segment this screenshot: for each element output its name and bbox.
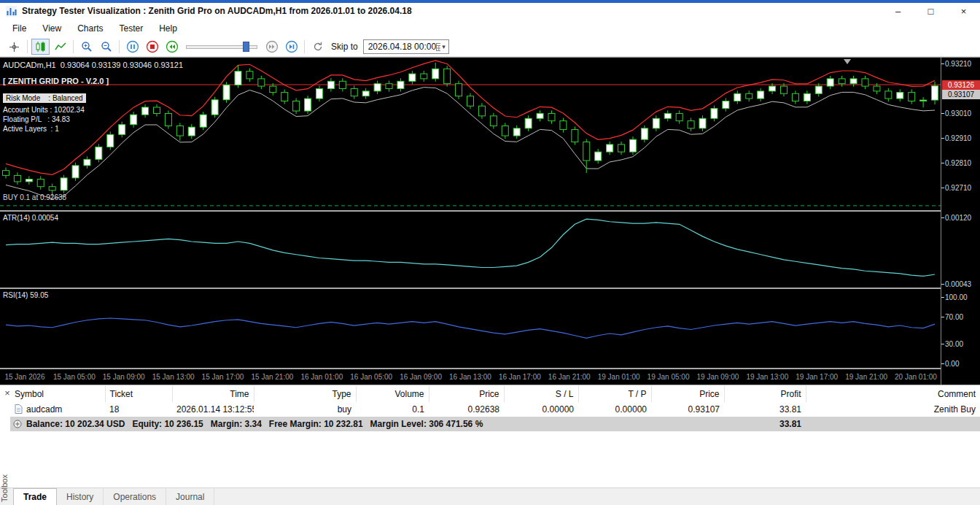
chart-shift-marker-icon[interactable] [844, 59, 851, 64]
zoom-out-icon [101, 41, 112, 53]
axis-tick [941, 363, 944, 364]
candlestick-chart-button[interactable] [31, 39, 50, 55]
ea-account-units: Account Units : 10202.34 [3, 106, 85, 114]
column-header-comment[interactable]: Comment [806, 386, 980, 402]
minimize-button[interactable]: – [882, 3, 914, 19]
cell-symbol: audcadm [10, 402, 105, 417]
cell-profit: 33.81 [724, 402, 806, 417]
axis-tick [941, 138, 944, 139]
time-axis-label: 15 Jan 17:00 [198, 369, 248, 385]
column-header-price2[interactable]: Price [651, 386, 724, 402]
axis-tick [941, 188, 944, 188]
stop-button[interactable] [143, 39, 161, 55]
pause-button[interactable] [123, 39, 141, 55]
maximize-button[interactable]: □ [914, 3, 947, 19]
account-summary-row: Balance: 10 202.34 USD Equity: 10 236.15… [10, 417, 980, 431]
tab-history[interactable]: History [57, 488, 104, 505]
time-axis-label: 16 Jan 17:00 [495, 369, 545, 385]
time-axis[interactable]: 15 Jan 202615 Jan 05:0015 Jan 09:0015 Ja… [0, 369, 941, 385]
menu-view[interactable]: View [34, 20, 69, 36]
time-axis-label: 19 Jan 13:00 [742, 369, 792, 385]
axis-tick [941, 284, 944, 285]
bid-price-tag: 0.93107 [942, 90, 980, 99]
rewind-icon [166, 40, 179, 53]
tab-trade[interactable]: Trade [13, 488, 57, 505]
column-header-price[interactable]: Price [429, 386, 504, 402]
line-chart-button[interactable] [51, 39, 69, 55]
zoom-in-button[interactable] [77, 39, 96, 55]
column-header-profit[interactable]: Profit [724, 386, 806, 402]
window-title: Strategy Tester Visualization : Zenith G… [22, 6, 412, 16]
crosshair-button[interactable] [5, 39, 23, 55]
symbol-ohlc-header: AUDCADm,H1 0.93064 0.93139 0.93046 0.931… [3, 61, 183, 69]
date-value: 2026.04.18 00:00 [368, 42, 436, 52]
speed-slider-thumb[interactable] [243, 42, 249, 52]
crosshair-icon [9, 42, 20, 53]
main-chart-canvas[interactable]: AUDCADm,H1 0.93064 0.93139 0.93046 0.931… [0, 58, 941, 210]
forward-icon [265, 40, 279, 53]
rewind-button[interactable] [163, 39, 181, 55]
cell-sl: 0.00000 [504, 402, 578, 417]
column-header-time[interactable]: Time [172, 386, 254, 402]
time-axis-label: 19 Jan 01:00 [594, 369, 644, 385]
axis-label: 0.92710 [945, 184, 971, 192]
toolbox-panel: × SymbolTicketTimeTypeVolumePriceS / LT … [0, 385, 980, 505]
cell-ticket: 18 [105, 402, 172, 417]
app-icon [6, 6, 17, 17]
close-button[interactable]: × [947, 3, 980, 19]
atr-indicator-label: ATR(14) 0.00054 [3, 214, 58, 222]
time-axis-label: 19 Jan 17:00 [792, 369, 841, 385]
column-header-sl[interactable]: S / L [504, 386, 578, 402]
calendar-icon [436, 43, 440, 51]
toolbar-separator [27, 40, 28, 53]
trade-row[interactable]: audcadm182026.01.14 13:12:55buy0.10.9263… [10, 402, 980, 417]
toolbox-panel-label: Toolbox [0, 474, 9, 502]
dropdown-arrow-icon[interactable]: ▾ [442, 43, 446, 50]
atr-panel-canvas[interactable]: ATR(14) 0.00054 [0, 212, 941, 288]
titlebar: Strategy Tester Visualization : Zenith G… [0, 3, 980, 19]
menu-charts[interactable]: Charts [69, 20, 111, 36]
menu-help[interactable]: Help [151, 20, 185, 36]
skip-to-end-icon [285, 40, 298, 53]
zoom-out-button[interactable] [97, 39, 115, 55]
tab-journal[interactable]: Journal [166, 488, 214, 505]
toolbar-separator [304, 40, 305, 53]
time-axis-label: 15 Jan 2026 [0, 369, 50, 385]
time-axis-label: 19 Jan 05:00 [644, 369, 693, 385]
rsi-panel-canvas[interactable]: RSI(14) 59.05 [0, 289, 941, 368]
cell-volume: 0.1 [356, 402, 429, 417]
axis-label: 0.93210 [945, 60, 971, 68]
axis-label: 100.00 [945, 293, 968, 301]
forward-button[interactable] [262, 39, 281, 55]
menu-tester[interactable]: Tester [111, 20, 151, 36]
toolbar: Skip to 2026.04.18 00:00 ▾ [0, 37, 980, 57]
column-header-volume[interactable]: Volume [356, 386, 429, 402]
speed-slider[interactable] [186, 39, 257, 54]
axis-tick [941, 344, 944, 344]
column-header-ticket[interactable]: Ticket [105, 386, 172, 402]
expand-icon[interactable] [13, 420, 22, 428]
ea-floating-pl: Floating P/L : 34.83 [3, 115, 70, 123]
ea-risk-mode: Risk Mode : Balanced [3, 93, 86, 103]
axis-label: 0.00120 [945, 214, 971, 222]
axis-tick [941, 113, 944, 114]
time-axis-label: 16 Jan 09:00 [396, 369, 446, 385]
ea-active-layers: Active Layers : 1 [3, 125, 59, 133]
tab-operations[interactable]: Operations [104, 488, 166, 505]
axis-tick [941, 317, 944, 317]
menu-file[interactable]: File [4, 20, 34, 36]
axis-label: 0.92910 [945, 134, 971, 142]
column-header-tp[interactable]: T / P [578, 386, 651, 402]
time-axis-label: 16 Jan 05:00 [346, 369, 396, 385]
time-axis-label: 15 Jan 09:00 [99, 369, 149, 385]
goto-date-button[interactable] [308, 39, 327, 55]
column-header-type[interactable]: Type [254, 386, 356, 402]
axis-tick [941, 163, 944, 163]
skip-to-end-button[interactable] [282, 39, 300, 55]
visual-date-input[interactable]: 2026.04.18 00:00 ▾ [363, 39, 449, 54]
column-header-symbol[interactable]: Symbol [10, 386, 105, 402]
axis-label: 30.00 [945, 340, 963, 348]
skip-to-label: Skip to [331, 42, 358, 52]
price-axis[interactable]: 0.93126 0.93107 0.932100.930100.929100.9… [941, 58, 980, 385]
cell-price2: 0.93107 [651, 402, 724, 417]
